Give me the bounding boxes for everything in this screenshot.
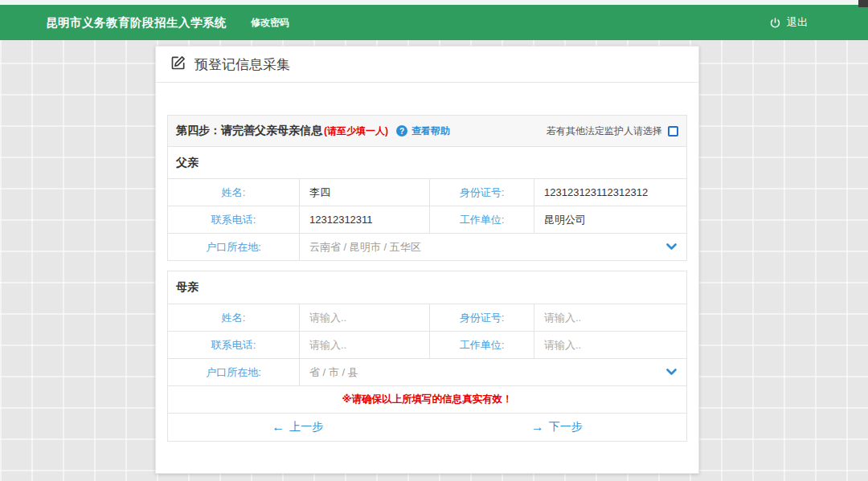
power-icon — [769, 17, 781, 29]
help-icon: ? — [396, 125, 407, 137]
app-title: 昆明市义务教育阶段招生入学系统 — [46, 15, 227, 31]
step-title: 第四步：请完善父亲母亲信息 — [176, 124, 322, 138]
father-name-input[interactable] — [309, 186, 420, 198]
father-row-name-id: 姓名: 身份证号: — [168, 178, 686, 206]
help-link-label: 查看帮助 — [411, 124, 450, 138]
chevron-down-icon — [666, 369, 677, 376]
father-name-label: 姓名: — [168, 179, 299, 206]
page-title: 预登记信息采集 — [194, 55, 290, 74]
logout-button[interactable]: 退出 — [769, 15, 808, 30]
guardian-label: 若有其他法定监护人请选择 — [547, 124, 662, 138]
logout-label: 退出 — [787, 15, 808, 30]
guardian-checkbox[interactable] — [668, 126, 678, 137]
chevron-down-icon — [666, 243, 677, 251]
arrow-right-icon: → — [531, 421, 544, 434]
father-row-region: 户口所在地: 云南省 / 昆明市 / 五华区 — [168, 233, 686, 260]
mother-name-label: 姓名: — [168, 304, 299, 331]
help-link[interactable]: ? 查看帮助 — [396, 124, 450, 138]
mother-work-label: 工作单位: — [429, 332, 534, 358]
father-section-title: 父亲 — [168, 146, 686, 178]
mother-id-label: 身份证号: — [429, 304, 534, 331]
mother-id-input[interactable] — [544, 312, 677, 324]
mother-phone-label: 联系电话: — [168, 332, 299, 358]
father-region-label: 户口所在地: — [168, 234, 299, 260]
topbar: 昆明市义务教育阶段招生入学系统 修改密码 退出 — [0, 5, 868, 40]
next-step-button[interactable]: → 下一步 — [428, 414, 687, 441]
main-card: 预登记信息采集 第四步：请完善父亲母亲信息 (请至少填一人) ? 查看帮助 若有… — [155, 46, 699, 474]
step-header: 第四步：请完善父亲母亲信息 (请至少填一人) ? 查看帮助 若有其他法定监护人请… — [168, 116, 686, 146]
father-phone-input[interactable] — [309, 214, 420, 226]
father-id-input[interactable] — [544, 186, 677, 198]
father-region-select[interactable]: 云南省 / 昆明市 / 五华区 — [299, 234, 686, 260]
mother-region-label: 户口所在地: — [168, 359, 299, 385]
step-hint: (请至少填一人) — [324, 124, 388, 138]
mother-panel: 母亲 姓名: 身份证号: 联系电话: 工作单位: 户口所在地: 省 / 市 / … — [167, 271, 687, 442]
change-password-link[interactable]: 修改密码 — [251, 16, 289, 30]
validity-warning: ※请确保以上所填写的信息真实有效！ — [168, 385, 686, 413]
father-phone-label: 联系电话: — [168, 206, 299, 233]
mother-row-region: 户口所在地: 省 / 市 / 县 — [168, 358, 686, 385]
arrow-left-icon: ← — [272, 421, 285, 434]
mother-name-input[interactable] — [309, 312, 420, 324]
nav-row: ← 上一步 → 下一步 — [168, 413, 686, 441]
card-body: 第四步：请完善父亲母亲信息 (请至少填一人) ? 查看帮助 若有其他法定监护人请… — [156, 83, 698, 442]
guardian-option: 若有其他法定监护人请选择 — [547, 124, 678, 138]
father-row-phone-work: 联系电话: 工作单位: — [168, 206, 686, 233]
mother-section-title: 母亲 — [168, 271, 686, 304]
father-id-label: 身份证号: — [429, 179, 534, 206]
mother-work-input[interactable] — [544, 339, 677, 351]
screen-corner-artifact — [858, 0, 868, 7]
father-region-value: 云南省 / 昆明市 / 五华区 — [309, 240, 421, 255]
mother-region-placeholder: 省 / 市 / 县 — [309, 365, 358, 380]
mother-row-name-id: 姓名: 身份证号: — [168, 304, 686, 331]
prev-step-button[interactable]: ← 上一步 — [168, 414, 428, 441]
prev-step-label: 上一步 — [289, 420, 323, 434]
father-work-input[interactable] — [544, 214, 677, 226]
mother-row-phone-work: 联系电话: 工作单位: — [168, 331, 686, 358]
card-header: 预登记信息采集 — [156, 47, 698, 83]
father-work-label: 工作单位: — [429, 206, 534, 233]
father-panel: 第四步：请完善父亲母亲信息 (请至少填一人) ? 查看帮助 若有其他法定监护人请… — [167, 115, 687, 261]
mother-region-select[interactable]: 省 / 市 / 县 — [299, 359, 686, 385]
edit-icon — [170, 55, 186, 74]
next-step-label: 下一步 — [549, 420, 583, 434]
mother-phone-input[interactable] — [309, 339, 420, 351]
